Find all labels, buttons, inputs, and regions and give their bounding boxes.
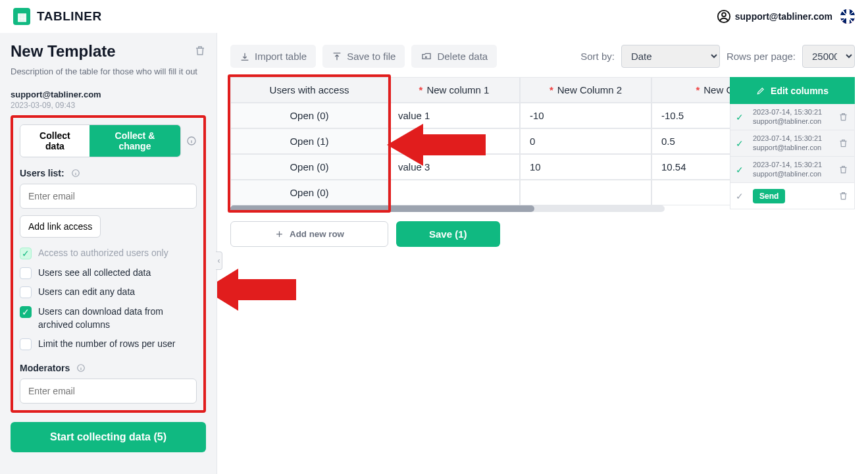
send-button[interactable]: Send — [753, 189, 785, 203]
settings-highlight-box: Collect data Collect & change Users list… — [11, 115, 206, 413]
open-access-button[interactable]: Open (0) — [230, 180, 388, 205]
start-collecting-button[interactable]: Start collecting data (5) — [11, 422, 206, 452]
language-flag-icon[interactable] — [840, 9, 855, 24]
svg-point-1 — [722, 13, 726, 16]
save-to-file-button[interactable]: Save to file — [322, 45, 405, 68]
svg-marker-6 — [217, 269, 296, 311]
table-cell[interactable] — [520, 180, 651, 205]
row-meta: ✓ 2023-07-14, 15:30:21support@tabliner.c… — [730, 104, 855, 130]
delete-row-button[interactable] — [837, 157, 849, 183]
checkbox-authorized-only: ✓ Access to authorized users only — [20, 247, 197, 260]
import-table-button[interactable]: Import table — [230, 45, 316, 68]
check-icon: ✓ — [736, 165, 748, 175]
logo-text: TABLINER — [37, 9, 102, 24]
template-date: 2023-03-09, 09:43 — [11, 101, 206, 110]
info-icon[interactable] — [71, 169, 80, 178]
checkbox-edit-any[interactable]: Users can edit any data — [20, 286, 197, 299]
open-access-button[interactable]: Open (0) — [230, 154, 388, 180]
delete-template-button[interactable] — [194, 45, 206, 59]
logo[interactable]: ▦ TABLINER — [13, 8, 102, 25]
rows-per-page-label: Rows per page: — [727, 51, 796, 62]
open-access-button[interactable]: Open (0) — [230, 103, 388, 128]
rows-per-page-select[interactable]: 25000 — [802, 45, 855, 68]
delete-row-button[interactable] — [837, 104, 849, 130]
check-icon: ✓ — [736, 191, 748, 201]
row-meta: ✓ Send — [730, 183, 855, 209]
checkbox-icon — [20, 338, 32, 350]
sort-select[interactable]: Date — [621, 45, 720, 68]
download-icon — [240, 51, 250, 62]
checkbox-limit-rows[interactable]: Limit the number of rows per user — [20, 338, 197, 351]
template-owner: support@tabliner.com — [11, 90, 206, 99]
info-icon[interactable] — [186, 136, 197, 146]
users-list-label: Users list: — [20, 168, 197, 178]
collect-change-tab[interactable]: Collect & change — [89, 125, 180, 157]
checkbox-download[interactable]: ✓ Users can download data from archived … — [20, 305, 197, 331]
checkbox-icon — [20, 286, 32, 298]
mode-toggle: Collect data Collect & change — [20, 124, 181, 157]
table-cell[interactable]: -10 — [520, 103, 651, 128]
delete-data-button[interactable]: Delete data — [411, 45, 497, 68]
table-right-panel: Edit columns ✓ 2023-07-14, 15:30:21suppo… — [730, 77, 855, 209]
open-access-button[interactable]: Open (1) — [230, 128, 388, 154]
check-icon: ✓ — [736, 112, 748, 122]
user-icon — [717, 9, 731, 24]
add-link-access-button[interactable]: Add link access — [20, 215, 101, 238]
annotation-arrow-icon — [387, 118, 486, 171]
upload-icon — [332, 51, 342, 62]
checkbox-icon: ✓ — [20, 306, 32, 318]
sort-label: Sort by: — [580, 51, 615, 62]
page-title: New Template — [11, 42, 116, 61]
column-header[interactable]: *New column 1 — [388, 77, 520, 103]
column-header[interactable]: *New Column 2 — [520, 77, 651, 103]
delete-row-button[interactable] — [837, 183, 849, 209]
checkbox-icon — [20, 267, 32, 279]
row-meta: ✓ 2023-07-14, 15:30:21support@tabliner.c… — [730, 157, 855, 183]
toolbar: Import table Save to file Delete data So… — [230, 45, 855, 68]
horizontal-scrollbar[interactable] — [230, 205, 665, 212]
table-cell[interactable] — [388, 180, 520, 205]
users-email-input[interactable] — [20, 184, 197, 209]
main-panel: Import table Save to file Delete data So… — [217, 33, 868, 474]
sidebar: New Template Description of the table fo… — [0, 33, 217, 474]
app-header: ▦ TABLINER support@tabliner.com — [0, 0, 868, 33]
add-new-row-button[interactable]: Add new row — [230, 221, 388, 247]
collect-data-tab[interactable]: Collect data — [20, 125, 89, 157]
check-icon: ✓ — [736, 138, 748, 149]
account-link[interactable]: support@tabliner.com — [717, 9, 832, 24]
folder-delete-icon — [421, 51, 432, 62]
save-button[interactable]: Save (1) — [396, 221, 500, 247]
pencil-icon — [756, 86, 765, 95]
moderators-label: Moderators — [20, 363, 197, 373]
plus-icon — [274, 229, 284, 239]
info-icon[interactable] — [76, 363, 86, 373]
annotation-arrow-icon — [217, 263, 296, 316]
data-table: Users with access *New column 1 *New Col… — [230, 77, 855, 247]
template-description: Description of the table for those who w… — [11, 66, 206, 78]
account-email: support@tabliner.com — [735, 11, 832, 22]
logo-icon: ▦ — [13, 8, 30, 25]
row-meta: ✓ 2023-07-14, 15:30:21support@tabliner.c… — [730, 130, 855, 157]
checkbox-see-all[interactable]: Users see all collected data — [20, 267, 197, 280]
checkbox-icon: ✓ — [20, 248, 32, 259]
table-cell[interactable]: 0 — [520, 128, 651, 154]
edit-columns-button[interactable]: Edit columns — [730, 77, 855, 104]
svg-marker-5 — [387, 124, 486, 166]
delete-row-button[interactable] — [837, 130, 849, 157]
column-header-access: Users with access — [230, 77, 388, 103]
moderators-email-input[interactable] — [20, 379, 197, 404]
table-cell[interactable]: 10 — [520, 154, 651, 180]
